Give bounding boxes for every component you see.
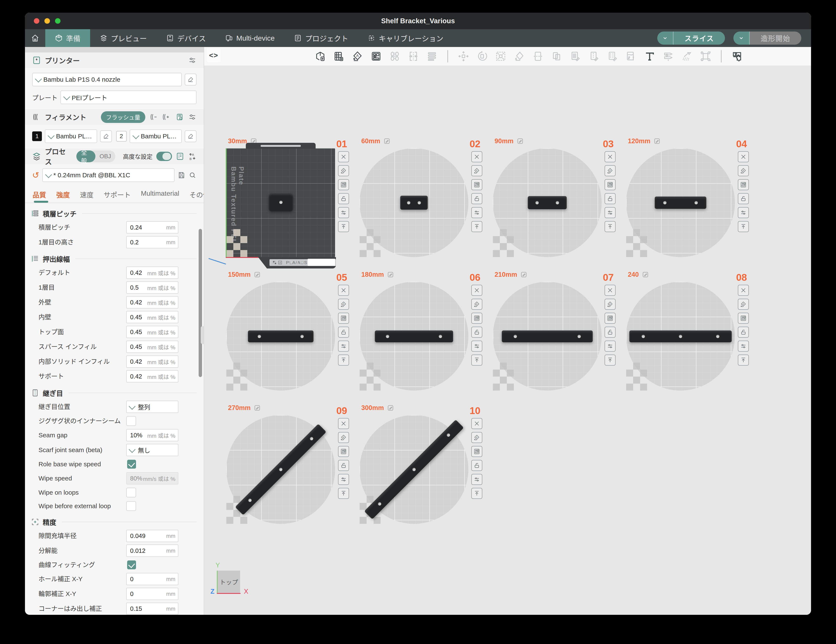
filament-slot-2[interactable]: 2 [116, 131, 127, 142]
add-plate-icon[interactable] [333, 50, 345, 62]
edit-plate-name-icon[interactable] [254, 404, 261, 412]
plate-settings-icon[interactable] [471, 341, 482, 351]
gap-fill-radius-input[interactable]: 0.049mm [126, 530, 178, 542]
line-width-outer-wall-input[interactable]: 0.42mm 或は % [126, 296, 178, 309]
lock-plate-icon[interactable] [471, 327, 482, 338]
line-width-first-layer-input[interactable]: 0.5mm 或は % [126, 281, 178, 294]
move-plate-front-icon[interactable] [604, 221, 616, 232]
home-button[interactable] [25, 29, 45, 47]
delete-plate-icon[interactable] [338, 151, 349, 162]
move-plate-front-icon[interactable] [471, 488, 482, 499]
arrange-plate-icon[interactable] [338, 446, 349, 457]
compare-presets-icon[interactable]: AB [188, 152, 196, 160]
lock-plate-icon[interactable] [338, 193, 349, 204]
orient-plate-icon[interactable]: A [471, 165, 482, 176]
settings-list-icon[interactable] [176, 152, 184, 160]
staggered-inner-seams-checkbox[interactable] [126, 416, 136, 426]
plate-type-select[interactable]: PEIプレート [60, 90, 196, 104]
line-width-sparse-infill-input[interactable]: 0.45mm 或は % [126, 341, 178, 353]
arrange-plate-icon[interactable] [338, 313, 349, 324]
orient-plate-icon[interactable]: A [738, 299, 749, 310]
delete-plate-icon[interactable] [471, 418, 482, 429]
lock-plate-icon[interactable] [604, 193, 616, 204]
filament-settings-sliders-icon[interactable] [188, 113, 196, 121]
build-plate-surface[interactable] [493, 148, 602, 257]
plate-settings-icon[interactable] [604, 341, 616, 351]
arrange-plate-icon[interactable] [738, 179, 749, 190]
build-plate-surface[interactable] [226, 415, 335, 524]
slice-dropdown-chevron-icon[interactable] [657, 31, 674, 45]
model-bracket-90mm[interactable] [528, 196, 567, 209]
wipe-on-loops-checkbox[interactable] [126, 488, 136, 497]
role-base-wipe-speed-checkbox[interactable] [127, 460, 136, 469]
add-filament-icon[interactable] [162, 113, 170, 121]
edit-plate-name-icon[interactable] [383, 137, 390, 145]
model-bracket-300mm[interactable] [364, 420, 464, 520]
model-bracket-210mm[interactable] [502, 330, 593, 342]
edit-plate-name-icon[interactable] [387, 404, 394, 412]
delete-plate-icon[interactable] [338, 418, 349, 429]
print-dropdown-chevron-icon[interactable] [733, 31, 750, 45]
build-plate-surface[interactable] [359, 415, 469, 524]
model-bracket-150mm[interactable] [248, 330, 314, 342]
edit-plate-name-icon[interactable] [387, 271, 394, 278]
build-plate-surface[interactable] [359, 148, 469, 257]
model-bracket-180mm[interactable] [375, 330, 453, 342]
line-width-default-input[interactable]: 0.42mm 或は % [126, 266, 178, 279]
filament-2-select[interactable]: Bambu PLA Basic [130, 129, 182, 143]
edit-plate-name-icon[interactable] [517, 137, 524, 145]
lock-plate-icon[interactable] [338, 327, 349, 338]
plate-settings-icon[interactable] [471, 207, 482, 218]
print-split-button[interactable]: 造形開始 [733, 31, 801, 45]
first-layer-height-input[interactable]: 0.2mm [126, 236, 178, 248]
build-plate-surface[interactable]: Bambu Textured PEI Plate [226, 148, 335, 257]
process-scope-toggle[interactable]: 全般 OBJ [77, 150, 115, 162]
arrange-plate-icon[interactable] [471, 313, 482, 324]
delete-plate-icon[interactable] [471, 285, 482, 296]
delete-plate-icon[interactable] [471, 151, 482, 162]
orient-plate-icon[interactable]: A [471, 432, 482, 443]
orient-plate-icon[interactable]: A [338, 432, 349, 443]
seam-gap-input[interactable]: 10%mm 或は % [126, 429, 178, 441]
model-bracket-240mm[interactable] [629, 330, 732, 342]
resolution-input[interactable]: 0.012mm [126, 544, 178, 557]
model-bracket-270mm[interactable] [235, 424, 326, 515]
tab-multimaterial[interactable]: Multimaterial [141, 190, 179, 203]
view-orientation-cube[interactable]: トップ [218, 570, 240, 593]
move-plate-front-icon[interactable] [338, 355, 349, 366]
printer-settings-sliders-icon[interactable] [188, 56, 196, 65]
tab-prepare[interactable]: 準備 [45, 29, 90, 47]
arrange-plate-icon[interactable] [338, 179, 349, 190]
orient-plate-icon[interactable]: A [338, 165, 349, 176]
filament-1-select[interactable]: Bambu PLA Basic [45, 129, 97, 143]
tab-multi-device[interactable]: Multi-device [216, 29, 284, 47]
model-bracket-30mm[interactable] [269, 193, 293, 211]
build-plate-surface[interactable] [359, 282, 469, 391]
arrange-icon[interactable] [370, 50, 382, 62]
arrange-plate-icon[interactable] [604, 313, 616, 324]
orient-plate-icon[interactable]: A [471, 299, 482, 310]
reset-preset-icon[interactable]: ↺ [32, 171, 39, 180]
edit-filament-2-icon[interactable] [185, 130, 196, 142]
move-plate-front-icon[interactable] [471, 221, 482, 232]
delete-plate-icon[interactable] [604, 151, 616, 162]
tab-preview[interactable]: プレビュー [90, 29, 157, 47]
plate-settings-icon[interactable] [738, 341, 749, 351]
orient-plate-icon[interactable]: A [604, 299, 616, 310]
lock-plate-icon[interactable] [471, 460, 482, 471]
orient-plate-icon[interactable]: A [338, 299, 349, 310]
layer-height-input[interactable]: 0.24mm [126, 221, 178, 234]
move-plate-front-icon[interactable] [738, 221, 749, 232]
move-plate-front-icon[interactable] [604, 355, 616, 366]
edit-plate-name-icon[interactable] [653, 137, 661, 145]
lock-plate-icon[interactable] [338, 460, 349, 471]
build-plate-surface[interactable] [226, 282, 335, 391]
build-plate-surface[interactable] [626, 148, 735, 257]
wipe-before-external-loop-checkbox[interactable] [126, 501, 136, 511]
lock-plate-icon[interactable] [738, 327, 749, 338]
move-plate-front-icon[interactable] [338, 221, 349, 232]
contour-compensation-input[interactable]: 0mm [126, 588, 178, 600]
delete-plate-icon[interactable] [604, 285, 616, 296]
orient-plate-icon[interactable]: A [604, 165, 616, 176]
model-bracket-120mm[interactable] [655, 196, 706, 209]
